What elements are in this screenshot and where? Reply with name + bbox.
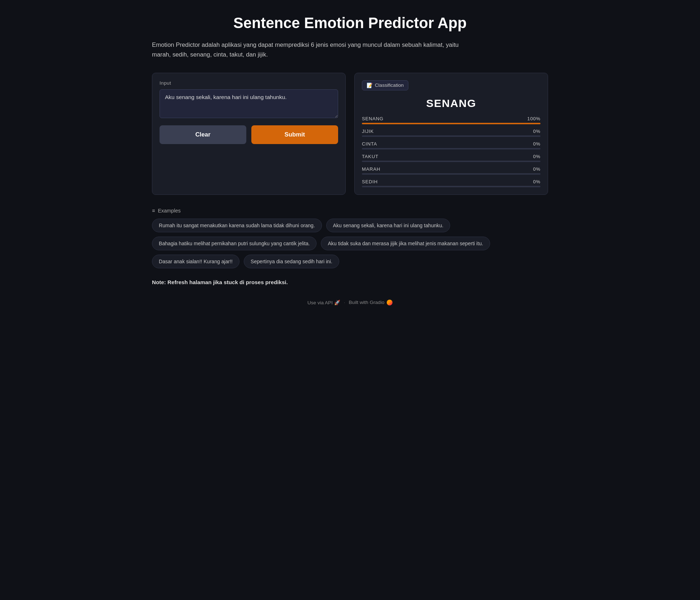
emotion-value: 0%	[533, 166, 540, 172]
example-button[interactable]: Dasar anak sialan!! Kurang ajar!!	[152, 255, 239, 268]
emotion-bar-header: MARAH0%	[362, 166, 540, 172]
classification-tab: 📝 Classification	[362, 80, 408, 90]
emotion-bar-row: MARAH0%	[362, 166, 540, 175]
emotion-bar-row: SENANG100%	[362, 116, 540, 124]
emotion-bar-row: JIJIK0%	[362, 129, 540, 137]
emotion-bar-track	[362, 123, 540, 124]
emotion-label: CINTA	[362, 141, 377, 147]
examples-grid: Rumah itu sangat menakutkan karena sudah…	[152, 219, 548, 268]
footer-separator: ·	[344, 300, 345, 305]
emotion-bar-row: CINTA0%	[362, 141, 540, 149]
page-title: Sentence Emotion Predictor App	[152, 14, 548, 32]
examples-header: ≡ Examples	[152, 208, 548, 214]
gradio-link[interactable]: Built with Gradio	[349, 300, 393, 305]
emotion-label: SEDIH	[362, 179, 378, 184]
example-button[interactable]: Bahagia hatiku melihat pernikahan putri …	[152, 237, 317, 250]
emotion-label: MARAH	[362, 166, 380, 172]
example-button[interactable]: Sepertinya dia sedang sedih hari ini.	[244, 255, 339, 268]
emotion-value: 0%	[533, 129, 540, 134]
api-link[interactable]: Use via API 🚀	[308, 300, 340, 305]
emotion-bar-header: TAKUT0%	[362, 154, 540, 159]
emotion-bar-row: SEDIH0%	[362, 179, 540, 187]
input-panel: Input Aku senang sekali, karena hari ini…	[152, 73, 346, 195]
table-icon: 📝	[367, 82, 373, 88]
examples-section: ≡ Examples Rumah itu sangat menakutkan k…	[152, 208, 548, 268]
emotion-bar-header: SENANG100%	[362, 116, 540, 121]
example-button[interactable]: Rumah itu sangat menakutkan karena sudah…	[152, 219, 322, 232]
page-description: Emotion Predictor adalah aplikasi yang d…	[152, 40, 476, 60]
emotion-value: 0%	[533, 141, 540, 147]
emotion-result: SENANG	[362, 97, 540, 109]
emotion-bar-header: JIJIK0%	[362, 129, 540, 134]
emotion-bar-track	[362, 161, 540, 162]
classification-panel: 📝 Classification SENANG SENANG100%JIJIK0…	[354, 73, 548, 195]
built-text: Built with Gradio	[349, 300, 385, 305]
emotion-value: 100%	[527, 116, 540, 121]
button-row: Clear Submit	[160, 125, 338, 144]
emotion-label: JIJIK	[362, 129, 374, 134]
examples-list-icon: ≡	[152, 208, 155, 214]
footer: Use via API 🚀 · Built with Gradio	[152, 300, 548, 305]
note-text: Note: Refresh halaman jika stuck di pros…	[152, 279, 548, 285]
emotion-bar-track	[362, 186, 540, 187]
emotion-value: 0%	[533, 154, 540, 159]
emotion-label: TAKUT	[362, 154, 378, 159]
api-text: Use via API	[308, 300, 333, 305]
clear-button[interactable]: Clear	[160, 125, 246, 144]
input-label: Input	[160, 80, 338, 86]
main-panel: Input Aku senang sekali, karena hari ini…	[152, 73, 548, 195]
emotion-bars: SENANG100%JIJIK0%CINTA0%TAKUT0%MARAH0%SE…	[362, 116, 540, 187]
emotion-label: SENANG	[362, 116, 383, 121]
emotion-bar-row: TAKUT0%	[362, 154, 540, 162]
emotion-bar-track	[362, 135, 540, 137]
classification-tab-label: Classification	[375, 82, 404, 88]
emotion-bar-header: SEDIH0%	[362, 179, 540, 184]
examples-header-label: Examples	[158, 208, 180, 214]
emotion-bar-header: CINTA0%	[362, 141, 540, 147]
example-button[interactable]: Aku tidak suka dan merasa jijik jika mel…	[321, 237, 490, 250]
page-container: Sentence Emotion Predictor App Emotion P…	[152, 14, 548, 305]
emotion-value: 0%	[533, 179, 540, 184]
submit-button[interactable]: Submit	[251, 125, 338, 144]
emotion-bar-track	[362, 173, 540, 175]
example-button[interactable]: Aku senang sekali, karena hari ini ulang…	[326, 219, 450, 232]
emotion-bar-track	[362, 148, 540, 149]
gradio-icon	[387, 300, 392, 305]
input-textarea[interactable]: Aku senang sekali, karena hari ini ulang…	[160, 89, 338, 118]
emotion-bar-fill	[362, 123, 540, 124]
rocket-emoji: 🚀	[334, 300, 340, 305]
